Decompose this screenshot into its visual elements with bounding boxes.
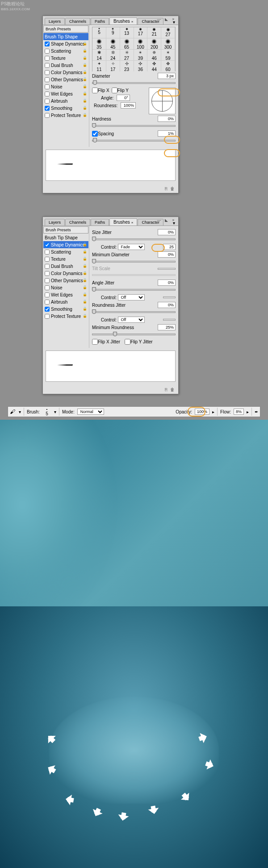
- flip-x-jitter-checkbox[interactable]: [92, 339, 98, 345]
- min-roundness-field[interactable]: 25%: [158, 324, 176, 330]
- size-jitter-field[interactable]: 0%: [158, 229, 176, 235]
- brush-tip-shape-item[interactable]: Brush Tip Shape: [43, 234, 88, 241]
- angle-field[interactable]: 0°: [117, 95, 130, 101]
- control-select[interactable]: Fade: [118, 244, 145, 250]
- diameter-slider[interactable]: [92, 80, 176, 85]
- brush-preset[interactable]: ✤44: [147, 61, 161, 71]
- wet-edges-item[interactable]: Wet Edges🔒: [43, 90, 88, 97]
- brush-preset[interactable]: 200: [147, 38, 161, 50]
- brush-preset[interactable]: 300: [161, 38, 175, 50]
- angle-jitter-field[interactable]: 0%: [158, 280, 176, 286]
- control-select[interactable]: Off: [118, 317, 145, 323]
- tab-brushes[interactable]: Brushes×: [109, 17, 137, 25]
- color-dynamics-item[interactable]: Color Dynamics🔒: [43, 69, 88, 76]
- airbrush-item[interactable]: Airbrush🔒: [43, 97, 88, 104]
- protect-texture-item[interactable]: Protect Texture🔒: [43, 112, 88, 119]
- brush-preset[interactable]: ✢23: [120, 61, 134, 71]
- tab-layers[interactable]: Layers: [45, 18, 65, 25]
- shape-dynamics-item[interactable]: Shape Dynamics🔒: [43, 40, 88, 47]
- brush-preset[interactable]: ✲24: [106, 50, 120, 61]
- control-select[interactable]: Off: [118, 294, 145, 300]
- dual-brush-item[interactable]: Dual Brush🔒: [43, 62, 88, 69]
- spacing-field[interactable]: 1%: [158, 130, 176, 137]
- tab-paths[interactable]: Paths: [91, 18, 109, 25]
- angle-roundness-widget[interactable]: [149, 88, 176, 114]
- spacing-slider[interactable]: [92, 138, 176, 142]
- color-dynamics-item[interactable]: Color Dynamics🔒: [43, 270, 88, 277]
- brush-preset[interactable]: 27: [161, 27, 175, 38]
- brush-preset[interactable]: ✥60: [161, 61, 175, 71]
- scattering-item[interactable]: Scattering🔒: [43, 47, 88, 54]
- protect-texture-item[interactable]: Protect Texture🔒: [43, 313, 88, 320]
- tab-channels[interactable]: Channels: [65, 219, 90, 225]
- tab-layers[interactable]: Layers: [45, 219, 65, 225]
- close-icon[interactable]: ×: [170, 218, 176, 223]
- brush-presets-item[interactable]: Brush Presets: [43, 226, 88, 234]
- smoothing-item[interactable]: Smoothing🔒: [43, 305, 88, 313]
- brush-preset[interactable]: 9: [106, 27, 120, 38]
- noise-item[interactable]: Noise🔒: [43, 83, 88, 90]
- new-doc-icon[interactable]: ⎘: [165, 387, 168, 392]
- minimize-icon[interactable]: —: [156, 17, 162, 22]
- diameter-field[interactable]: 3 px: [158, 73, 176, 79]
- brush-preset[interactable]: ✴39: [134, 50, 148, 61]
- min-roundness-slider[interactable]: [92, 332, 176, 336]
- roundness-jitter-field[interactable]: 0%: [158, 302, 176, 308]
- brush-tip-shape-item[interactable]: Brush Tip Shape: [43, 33, 88, 40]
- minimize-icon[interactable]: —: [156, 218, 162, 223]
- tab-channels[interactable]: Channels: [65, 18, 90, 25]
- brush-preset[interactable]: 13: [120, 27, 134, 38]
- tab-paths[interactable]: Paths: [91, 219, 109, 225]
- hardness-slider[interactable]: [92, 123, 176, 128]
- spacing-checkbox[interactable]: [92, 131, 98, 137]
- angle-jitter-slider[interactable]: [92, 287, 176, 292]
- brush-preset[interactable]: ✶59: [161, 50, 175, 61]
- min-diameter-slider[interactable]: [92, 259, 176, 263]
- brush-preset[interactable]: 45: [106, 38, 120, 50]
- other-dynamics-item[interactable]: Other Dynamics🔒: [43, 76, 88, 83]
- brush-tool-icon[interactable]: [10, 409, 16, 415]
- hardness-field[interactable]: 0%: [158, 116, 176, 122]
- texture-item[interactable]: Texture🔒: [43, 255, 88, 263]
- flip-x-checkbox[interactable]: [92, 88, 98, 93]
- other-dynamics-item[interactable]: Other Dynamics🔒: [43, 277, 88, 284]
- brush-preset[interactable]: 5: [92, 27, 106, 38]
- brush-preset[interactable]: 35: [92, 38, 106, 50]
- flip-y-jitter-checkbox[interactable]: [125, 339, 130, 345]
- texture-item[interactable]: Texture🔒: [43, 54, 88, 62]
- new-doc-icon[interactable]: ⎘: [165, 186, 168, 191]
- brush-preset[interactable]: ✱14: [92, 50, 106, 61]
- dock-icon[interactable]: ◣: [163, 218, 169, 223]
- min-diameter-field[interactable]: 0%: [158, 251, 176, 258]
- flow-field[interactable]: 8%: [234, 409, 244, 415]
- brush-presets-item[interactable]: Brush Presets: [43, 25, 88, 33]
- brush-size[interactable]: 5: [46, 411, 48, 416]
- size-jitter-slider[interactable]: [92, 237, 176, 241]
- brush-preset[interactable]: ✧17: [106, 61, 120, 71]
- scattering-item[interactable]: Scattering🔒: [43, 248, 88, 255]
- wet-edges-item[interactable]: Wet Edges🔒: [43, 291, 88, 298]
- shape-dynamics-item[interactable]: Shape Dynamics🔒: [43, 241, 88, 248]
- brush-preset[interactable]: ✵46: [147, 50, 161, 61]
- roundness-field[interactable]: 100%: [121, 102, 136, 108]
- smoothing-item[interactable]: Smoothing🔒: [43, 104, 88, 112]
- close-icon[interactable]: ×: [170, 17, 176, 22]
- trash-icon[interactable]: 🗑: [170, 186, 175, 191]
- airbrush-item[interactable]: Airbrush🔒: [43, 298, 88, 305]
- tab-brushes[interactable]: Brushes×: [109, 218, 137, 225]
- brush-preset[interactable]: 65: [120, 38, 134, 50]
- brush-preset[interactable]: 21: [147, 27, 161, 38]
- brush-preset[interactable]: 100: [134, 38, 148, 50]
- brush-preset[interactable]: ✣36: [134, 61, 148, 71]
- flip-y-checkbox[interactable]: [112, 88, 117, 93]
- dual-brush-item[interactable]: Dual Brush🔒: [43, 263, 88, 270]
- brush-preset[interactable]: ✦11: [92, 61, 106, 71]
- control-steps-field[interactable]: 25: [163, 244, 176, 250]
- roundness-jitter-slider[interactable]: [92, 309, 176, 314]
- noise-item[interactable]: Noise🔒: [43, 284, 88, 291]
- dock-icon[interactable]: ◣: [163, 17, 169, 22]
- airbrush-icon[interactable]: ✒: [255, 409, 258, 414]
- brush-preset[interactable]: 17: [134, 27, 148, 38]
- brush-preset[interactable]: ✳27: [120, 50, 134, 61]
- mode-select[interactable]: Normal: [77, 409, 104, 415]
